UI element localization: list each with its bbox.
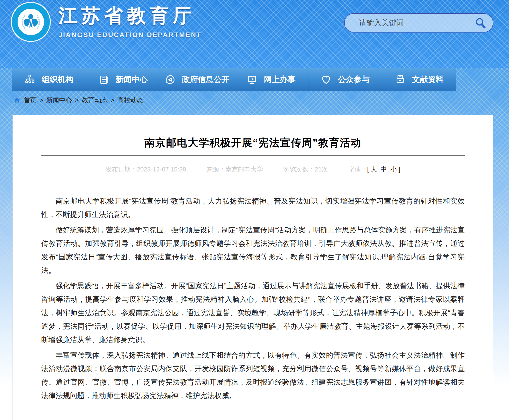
logo-emblem [18,9,44,35]
font-bracket-close: ] [398,166,400,173]
breadcrumb-home[interactable]: 首页 [24,96,37,105]
logo-figure-icon [18,9,44,35]
article-paragraph: 做好统筹谋划，营造浓厚学习氛围。强化顶层设计，制定“宪法宣传周”活动方案，明确工… [41,223,465,277]
source-value: 南京邮电大学 [226,166,263,173]
breadcrumb-university-trends[interactable]: 高校动态 [117,96,143,105]
breadcrumb-education-trends[interactable]: 教育动态 [82,96,108,105]
publish-date: 发布日期：2023-12-07 15:39 [105,165,186,174]
site-name-en: JIANGSU EDUCATION DEPARTMENT [59,31,202,39]
nav-label: 组织机构 [42,74,74,85]
main-nav: 组织机构 新闻中心 政府信息公开 网上办事 [12,68,456,91]
view-count-label: 浏览次数： [283,166,315,173]
archive-icon [395,74,406,85]
nav-item-public-participation[interactable]: 公众参与 [308,68,382,91]
font-bracket-open: [ [367,166,369,173]
font-size-small[interactable]: 小 [390,166,397,173]
nav-item-news-center[interactable]: 新闻中心 [86,68,160,91]
search-button[interactable] [474,17,487,29]
breadcrumb: 首页 > 新闻中心 > 教育动态 > 高校动态 [14,96,143,105]
nav-item-organization[interactable]: 组织机构 [12,68,86,91]
article-paragraph: 丰富宣传载体，深入弘扬宪法精神。通过线上线下相结合的方式，以有特色、有实效的普法… [41,348,465,402]
title-divider [41,155,465,156]
breadcrumb-news-center[interactable]: 新闻中心 [46,96,72,105]
nav-label: 文献资料 [412,74,444,85]
news-icon [98,74,110,85]
nav-label: 网上办事 [264,74,295,85]
nav-item-document-resources[interactable]: 文献资料 [382,68,456,91]
site-header: 江苏省教育厅 JIANGSU EDUCATION DEPARTMENT [0,0,509,68]
search-icon [474,17,487,29]
online-service-icon [246,74,258,85]
nav-label: 新闻中心 [116,74,148,85]
nav-label: 公众参与 [338,74,370,85]
home-icon[interactable] [14,97,21,104]
search-input[interactable] [359,19,474,27]
org-chart-icon [24,74,35,85]
source-label: 来源： [207,166,226,173]
breadcrumb-separator: > [75,97,79,104]
font-size-large[interactable]: 大 [371,166,377,173]
nav-item-gov-info-disclosure[interactable]: 政府信息公开 [160,68,234,91]
font-size-medium[interactable]: 中 [381,166,387,173]
nav-label: 政府信息公开 [182,74,229,85]
source: 来源：南京邮电大学 [207,165,263,174]
article-body: 南京邮电大学积极开展“宪法宣传周”教育活动，大力弘扬宪法精神、普及宪法知识，切实… [41,194,465,402]
heart-icon [321,74,332,85]
info-disclosure-icon [165,74,176,85]
publish-date-label: 发布日期： [105,166,137,173]
font-size-control: 字体：[大中小] [348,165,400,174]
article-paragraph: 强化学思践悟，开展丰富多样活动。开展“国家宪法日”主题活动，通过展示与讲解宪法宣… [41,279,465,346]
article-meta: 发布日期：2023-12-07 15:39 来源：南京邮电大学 浏览次数：21次… [13,165,493,174]
view-count-value: 21次 [315,166,328,173]
breadcrumb-separator: > [111,97,115,104]
article-title: 南京邮电大学积极开展“宪法宣传周”教育活动 [13,136,493,149]
breadcrumb-separator: > [39,97,43,104]
article-panel: 南京邮电大学积极开展“宪法宣传周”教育活动 发布日期：2023-12-07 15… [13,115,493,420]
search-box [344,13,493,32]
article-paragraph: 南京邮电大学积极开展“宪法宣传周”教育活动，大力弘扬宪法精神、普及宪法知识，切实… [41,194,465,221]
font-size-label: 字体： [348,166,367,173]
publish-date-value: 2023-12-07 15:39 [137,166,186,173]
jiangsu-education-logo[interactable] [11,2,51,42]
site-name: 江苏省教育厅 [59,3,202,29]
view-count: 浏览次数：21次 [283,165,328,174]
nav-item-online-services[interactable]: 网上办事 [234,68,308,91]
site-title: 江苏省教育厅 JIANGSU EDUCATION DEPARTMENT [59,3,202,39]
page: 江苏省教育厅 JIANGSU EDUCATION DEPARTMENT 组织机构 [0,0,509,420]
